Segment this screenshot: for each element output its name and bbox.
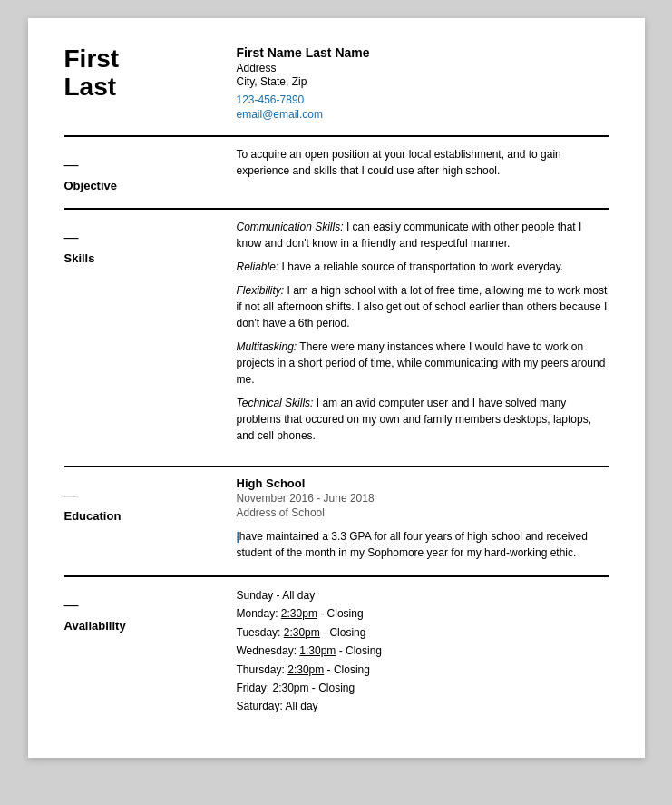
education-description: |have maintained a 3.3 GPA for all four … [237, 528, 609, 561]
monday-time: 2:30pm [281, 607, 317, 620]
phone-link[interactable]: 123-456-7890 [237, 93, 609, 106]
education-section: — Education High School November 2016 - … [64, 467, 609, 577]
avail-tuesday: Tuesday: 2:30pm - Closing [237, 623, 609, 642]
avail-wednesday: Wednesday: 1:30pm - Closing [237, 642, 609, 660]
education-dash: — [64, 487, 228, 504]
skill-body-flexibility: I am a high school with a lot of free ti… [237, 284, 608, 329]
address-line: Address [237, 62, 609, 74]
name-block: First Last [64, 45, 228, 102]
header-section: First Last First Name Last Name Address … [64, 45, 609, 137]
objective-label: Objective [64, 179, 118, 192]
email-link[interactable]: email@email.com [237, 108, 609, 121]
objective-label-col: — Objective [64, 146, 228, 193]
objective-text: To acquire an open position at your loca… [237, 146, 609, 179]
availability-label-col: — Availability [64, 586, 228, 633]
objective-content: To acquire an open position at your loca… [228, 146, 609, 179]
school-name: High School [237, 476, 609, 490]
avail-monday: Monday: 2:30pm - Closing [237, 604, 609, 623]
skill-item-communication: Communication Skills: I can easily commu… [237, 219, 609, 251]
availability-dash: — [64, 597, 228, 614]
avail-thursday: Thursday: 2:30pm - Closing [237, 661, 609, 679]
skill-title-reliable: Reliable: [237, 260, 279, 273]
objective-section: — Objective To acquire an open position … [64, 137, 609, 210]
skill-item-reliable: Reliable: I have a reliable source of tr… [237, 259, 609, 275]
wednesday-time: 1:30pm [299, 644, 336, 657]
skill-title-flexibility: Flexibility: [237, 284, 285, 297]
skills-dash: — [64, 230, 228, 246]
skills-label-col: — Skills [64, 219, 228, 266]
skill-title-multitasking: Multitasking: [237, 340, 297, 353]
full-name: First Name Last Name [237, 45, 609, 60]
education-description-text: have maintained a 3.3 GPA for all four y… [237, 530, 588, 559]
education-label-col: — Education [64, 476, 228, 524]
avail-friday: Friday: 2:30pm - Closing [237, 679, 609, 697]
skill-item-flexibility: Flexibility: I am a high school with a l… [237, 282, 609, 331]
city-state-zip: City, State, Zip [237, 75, 609, 88]
school-dates: November 2016 - June 2018 [237, 492, 609, 505]
last-name: Last [64, 73, 117, 101]
skills-section: — Skills Communication Skills: I can eas… [64, 210, 609, 467]
skills-label: Skills [64, 251, 95, 265]
availability-content: Sunday - All day Monday: 2:30pm - Closin… [228, 586, 609, 716]
resume-page: First Last First Name Last Name Address … [28, 18, 645, 758]
tuesday-time: 2:30pm [284, 626, 320, 639]
objective-dash: — [64, 157, 228, 173]
skill-body-reliable: I have a reliable source of transportati… [282, 260, 564, 273]
availability-section: — Availability Sunday - All day Monday: … [64, 577, 609, 731]
thursday-time: 2:30pm [287, 663, 324, 676]
availability-label: Availability [64, 619, 126, 633]
first-name: First [64, 44, 120, 73]
contact-block: First Name Last Name Address City, State… [228, 45, 609, 121]
skill-title-technical: Technical Skills: [237, 397, 314, 409]
avail-saturday: Saturday: All day [237, 697, 609, 715]
skills-content: Communication Skills: I can easily commu… [228, 219, 609, 451]
education-content: High School November 2016 - June 2018 Ad… [228, 476, 609, 561]
name-display: First Last [64, 45, 228, 102]
skill-item-multitasking: Multitasking: There were many instances … [237, 339, 609, 388]
skill-title-communication: Communication Skills: [237, 221, 344, 233]
education-label: Education [64, 509, 122, 523]
skill-item-technical: Technical Skills: I am an avid computer … [237, 395, 609, 444]
school-address: Address of School [237, 506, 609, 519]
avail-sunday: Sunday - All day [237, 586, 609, 604]
